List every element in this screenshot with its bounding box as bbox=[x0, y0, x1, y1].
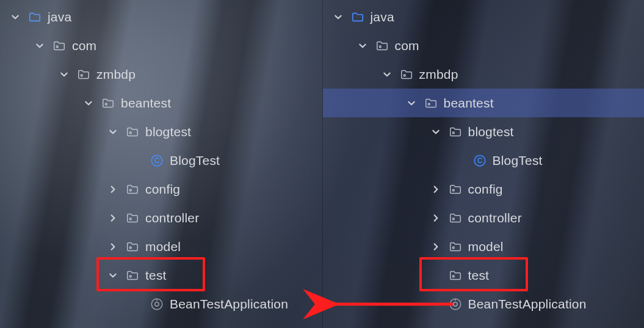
tree-item-blogtest[interactable]: blogtest bbox=[323, 117, 645, 146]
tree-item-test[interactable]: test bbox=[0, 261, 322, 290]
class-icon: C bbox=[472, 154, 488, 167]
package-icon bbox=[125, 211, 140, 225]
expand-arrow-icon[interactable] bbox=[57, 70, 71, 79]
tree-item-controller[interactable]: controller bbox=[0, 203, 322, 232]
tree-item-controller[interactable]: controller bbox=[323, 203, 645, 232]
package-icon bbox=[447, 240, 463, 253]
tree-item-blogtest[interactable]: blogtest bbox=[0, 117, 322, 146]
tree-item-com[interactable]: com bbox=[0, 31, 322, 60]
package-icon bbox=[447, 183, 463, 196]
expand-arrow-icon[interactable] bbox=[106, 185, 120, 194]
svg-point-1 bbox=[81, 74, 82, 76]
expand-arrow-icon[interactable] bbox=[405, 99, 418, 108]
project-tree-right[interactable]: javacomzmbdpbeantestblogtestCBlogTestcon… bbox=[322, 0, 645, 328]
spring-boot-icon bbox=[149, 297, 165, 311]
tree-item-java[interactable]: java bbox=[323, 2, 645, 31]
svg-point-19 bbox=[452, 189, 454, 191]
tree-item-beantestapplication[interactable]: BeanTestApplication bbox=[0, 290, 322, 318]
tree-item-label: java bbox=[48, 10, 71, 24]
tree-item-config[interactable]: config bbox=[323, 175, 645, 203]
svg-point-11 bbox=[155, 302, 159, 305]
svg-point-9 bbox=[129, 275, 131, 277]
package-icon bbox=[125, 125, 140, 139]
tree-item-zmbdp[interactable]: zmbdp bbox=[0, 60, 322, 89]
tree-item-label: blogtest bbox=[468, 125, 514, 139]
tree-item-label: java bbox=[371, 10, 394, 24]
expand-arrow-icon[interactable] bbox=[356, 42, 369, 50]
tree-item-blogtest[interactable]: CBlogTest bbox=[323, 146, 645, 175]
tree-item-label: beantest bbox=[121, 96, 171, 111]
tree-item-label: beantest bbox=[444, 96, 494, 111]
package-icon bbox=[100, 97, 116, 110]
tree-item-beantest[interactable]: beantest bbox=[323, 89, 645, 117]
expand-arrow-icon[interactable] bbox=[429, 214, 443, 222]
svg-point-22 bbox=[452, 275, 454, 277]
tree-item-beantest[interactable]: beantest bbox=[0, 89, 322, 117]
tree-item-label: zmbdp bbox=[96, 67, 136, 82]
svg-point-6 bbox=[129, 189, 131, 191]
tree-item-test[interactable]: test bbox=[323, 261, 645, 290]
tree-item-label: blogtest bbox=[145, 125, 191, 139]
package-icon bbox=[423, 97, 439, 110]
svg-text:C: C bbox=[154, 156, 160, 165]
tree-item-label: controller bbox=[468, 211, 522, 225]
expand-arrow-icon[interactable] bbox=[106, 242, 120, 251]
tree-item-com[interactable]: com bbox=[323, 31, 645, 60]
svg-point-13 bbox=[379, 45, 381, 47]
tree-item-label: config bbox=[145, 182, 180, 197]
tree-item-java[interactable]: java bbox=[0, 2, 322, 31]
tree-item-label: config bbox=[468, 182, 503, 197]
expand-arrow-icon[interactable] bbox=[82, 99, 95, 108]
tree-item-beantestapplication[interactable]: BeanTestApplication bbox=[323, 290, 645, 318]
tree-item-label: BeanTestApplication bbox=[468, 297, 587, 312]
expand-arrow-icon[interactable] bbox=[380, 70, 394, 79]
package-icon bbox=[447, 269, 463, 282]
tree-item-label: test bbox=[145, 268, 167, 283]
svg-point-0 bbox=[56, 45, 58, 47]
folder-icon bbox=[27, 10, 43, 24]
svg-point-2 bbox=[105, 103, 107, 104]
tree-item-model[interactable]: model bbox=[0, 232, 322, 261]
tree-item-config[interactable]: config bbox=[0, 175, 322, 203]
svg-point-20 bbox=[452, 217, 454, 219]
spring-boot-icon bbox=[447, 297, 463, 311]
tree-item-label: zmbdp bbox=[419, 67, 458, 82]
tree-item-label: com bbox=[395, 38, 419, 53]
package-icon bbox=[125, 183, 140, 196]
tree-item-label: test bbox=[468, 268, 490, 283]
package-icon bbox=[374, 39, 390, 53]
tree-item-label: com bbox=[72, 38, 96, 53]
package-icon bbox=[51, 39, 67, 53]
package-icon bbox=[125, 240, 140, 253]
svg-point-14 bbox=[403, 74, 405, 76]
expand-arrow-icon[interactable] bbox=[106, 128, 120, 136]
svg-point-24 bbox=[453, 302, 457, 305]
package-icon bbox=[125, 269, 140, 282]
tree-item-model[interactable]: model bbox=[323, 232, 645, 261]
tree-item-label: BeanTestApplication bbox=[170, 297, 288, 312]
project-tree-left[interactable]: javacomzmbdpbeantestblogtestCBlogTestcon… bbox=[0, 0, 322, 328]
tree-item-zmbdp[interactable]: zmbdp bbox=[323, 60, 645, 89]
tree-item-blogtest[interactable]: CBlogTest bbox=[0, 146, 322, 175]
expand-arrow-icon[interactable] bbox=[9, 13, 22, 21]
tree-item-label: BlogTest bbox=[493, 153, 543, 168]
svg-point-16 bbox=[452, 131, 454, 133]
svg-point-15 bbox=[428, 103, 430, 104]
expand-arrow-icon[interactable] bbox=[429, 185, 443, 194]
svg-point-21 bbox=[452, 246, 454, 248]
package-icon bbox=[76, 68, 92, 81]
package-icon bbox=[447, 125, 463, 139]
tree-item-label: model bbox=[145, 239, 181, 254]
svg-point-7 bbox=[129, 217, 131, 219]
expand-arrow-icon[interactable] bbox=[331, 13, 345, 21]
expand-arrow-icon[interactable] bbox=[106, 214, 120, 222]
package-icon bbox=[399, 68, 414, 81]
expand-arrow-icon[interactable] bbox=[33, 42, 46, 50]
svg-text:C: C bbox=[477, 156, 482, 165]
svg-point-8 bbox=[129, 246, 131, 248]
expand-arrow-icon[interactable] bbox=[429, 128, 443, 136]
expand-arrow-icon[interactable] bbox=[106, 271, 120, 280]
expand-arrow-icon[interactable] bbox=[429, 242, 443, 251]
tree-item-label: model bbox=[468, 239, 504, 254]
folder-icon bbox=[350, 10, 366, 24]
